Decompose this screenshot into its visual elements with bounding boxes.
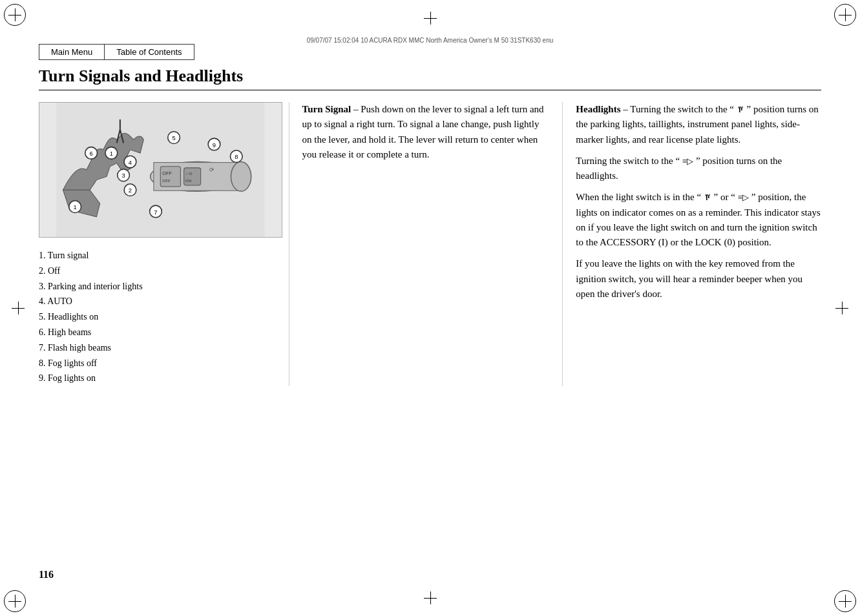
svg-text:1: 1	[110, 150, 113, 157]
svg-text:4: 4	[129, 159, 132, 166]
page-content: 09/07/07 15:02:04 10 ACURA RDX MMC North…	[39, 36, 821, 580]
svg-text:9: 9	[213, 142, 216, 149]
caption-item-7: 7. Flash high beams	[39, 340, 282, 356]
right-column: Headlights – Turning the switch to the “…	[563, 102, 821, 386]
svg-text:8: 8	[235, 154, 238, 160]
svg-text:1: 1	[74, 204, 77, 210]
page-title: Turn Signals and Headlights	[39, 67, 821, 90]
svg-text:5: 5	[172, 135, 175, 141]
right-heading: Headlights	[576, 104, 620, 114]
corner-mark-br	[834, 590, 856, 612]
caption-list: 1. Turn signal 2. Off 3. Parking and int…	[39, 248, 282, 386]
main-menu-button[interactable]: Main Menu	[39, 44, 105, 60]
mid-heading: Turn Signal	[302, 104, 351, 114]
cross-right	[835, 302, 848, 314]
cross-top	[424, 12, 437, 25]
content-columns: OFF OFF ↔D ON ⟳ 5	[39, 102, 821, 386]
corner-mark-tl	[4, 4, 26, 26]
caption-item-3: 3. Parking and interior lights	[39, 279, 282, 294]
right-icon1: ⷎ	[737, 105, 744, 114]
meta-text: 09/07/07 15:02:04 10 ACURA RDX MMC North…	[39, 37, 821, 44]
caption-item-4: 4. AUTO	[39, 294, 282, 309]
svg-text:⟳: ⟳	[209, 167, 215, 173]
svg-rect-4	[160, 167, 180, 187]
svg-text:6: 6	[90, 150, 93, 157]
caption-item-5: 5. Headlights on	[39, 309, 282, 325]
caption-item-9: 9. Fog lights on	[39, 371, 282, 386]
svg-text:ON: ON	[185, 178, 191, 183]
corner-mark-bl	[4, 590, 26, 612]
caption-item-8: 8. Fog lights off	[39, 356, 282, 371]
page-number: 116	[39, 569, 54, 580]
svg-text:3: 3	[121, 172, 125, 179]
svg-text:↔D: ↔D	[185, 171, 193, 176]
mid-body-text: Turn Signal – Push down on the lever to …	[302, 102, 550, 162]
caption-item-6: 6. High beams	[39, 325, 282, 340]
svg-text:7: 7	[154, 209, 157, 216]
right-para4: If you leave the lights on with the key …	[576, 256, 821, 302]
diagram-box: OFF OFF ↔D ON ⟳ 5	[39, 102, 282, 238]
svg-point-3	[231, 162, 251, 192]
cross-bottom	[424, 591, 437, 604]
right-icon2: ≡▷	[682, 156, 693, 166]
corner-mark-tr	[834, 4, 856, 26]
left-column: OFF OFF ↔D ON ⟳ 5	[39, 102, 289, 386]
svg-text:OFF: OFF	[162, 178, 171, 183]
mid-dash: –	[353, 104, 361, 114]
caption-item-1: 1. Turn signal	[39, 248, 282, 263]
cross-left	[12, 302, 25, 314]
toc-button[interactable]: Table of Contents	[105, 44, 194, 60]
svg-text:2: 2	[129, 187, 132, 194]
mid-column: Turn Signal – Push down on the lever to …	[289, 102, 563, 386]
svg-rect-5	[184, 168, 201, 185]
page: 09/07/07 15:02:04 10 ACURA RDX MMC North…	[0, 0, 860, 616]
right-body-text: Headlights – Turning the switch to the “…	[576, 102, 821, 302]
caption-item-2: 2. Off	[39, 263, 282, 279]
svg-text:OFF: OFF	[162, 170, 172, 176]
diagram-svg: OFF OFF ↔D ON ⟳ 5	[39, 103, 282, 237]
nav-row: Main Menu Table of Contents	[39, 44, 821, 60]
